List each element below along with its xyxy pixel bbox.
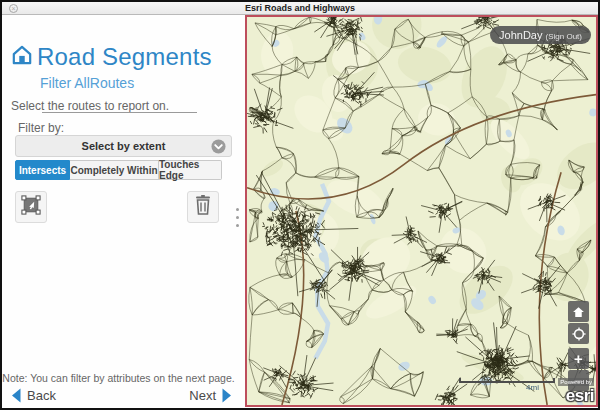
window-title: Esri Roads and Highways (2, 3, 598, 13)
spatial-relation-tabs: Intersects Completely Within Touches Edg… (15, 160, 222, 180)
tab-completely-within[interactable]: Completely Within (70, 160, 159, 180)
chevron-right-icon (221, 388, 233, 403)
locate-icon (572, 327, 586, 341)
map-canvas[interactable] (247, 17, 596, 405)
chevron-left-icon (10, 388, 22, 403)
home-extent-button[interactable] (568, 301, 589, 322)
scale-bar-label: 4mi (459, 383, 555, 392)
chevron-down-icon (211, 139, 226, 158)
map-view: JohnDay (Sign Out) (245, 15, 598, 407)
powered-by-label: Powered by (558, 378, 594, 386)
window-titlebar: × Esri Roads and Highways (2, 2, 598, 15)
tab-touches-edge[interactable]: Touches Edge (159, 160, 222, 180)
zoom-in-button[interactable]: + (568, 348, 589, 369)
select-extent-icon (21, 195, 41, 219)
user-sign-out-button[interactable]: JohnDay (Sign Out) (490, 26, 591, 44)
dropdown-selected-value: Select by extent (82, 140, 166, 152)
back-button[interactable]: Back (10, 388, 56, 403)
app-window: × Esri Roads and Highways Road Segments … (0, 0, 600, 410)
home-icon (11, 45, 33, 69)
filter-by-label: Filter by: (18, 121, 64, 135)
sign-out-label: (Sign Out) (546, 32, 582, 41)
filter-method-dropdown[interactable]: Select by extent (15, 135, 232, 157)
filter-panel: Road Segments Filter AllRoutes Select th… (2, 15, 245, 407)
next-button[interactable]: Next (189, 388, 233, 403)
locate-button[interactable] (568, 323, 589, 344)
username: JohnDay (499, 29, 542, 41)
tab-intersects[interactable]: Intersects (15, 160, 70, 180)
page-subtitle: Filter AllRoutes (40, 75, 134, 91)
page-title: Road Segments (37, 43, 212, 71)
select-by-extent-button[interactable] (15, 191, 47, 223)
scale-bar: 4mi (459, 378, 555, 392)
instruction-text: Select the routes to report on. (11, 99, 169, 113)
back-label: Back (27, 388, 56, 403)
clear-selection-button[interactable] (187, 191, 219, 223)
next-label: Next (189, 388, 216, 403)
home-icon (572, 306, 585, 318)
note-text: Note: You can filter by attributes on th… (2, 372, 235, 384)
panel-resize-handle[interactable] (234, 206, 241, 229)
trash-icon (194, 195, 212, 219)
esri-attribution: Powered by esri (558, 371, 594, 404)
esri-logo-text: esri (558, 387, 594, 404)
divider (42, 112, 197, 113)
